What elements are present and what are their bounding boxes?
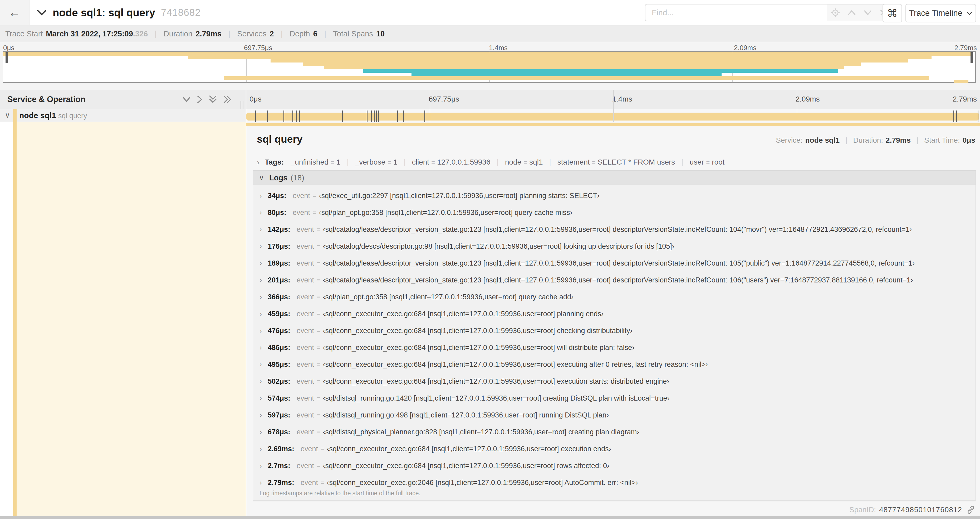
log-entry-row[interactable]: ›459μs:event=‹sql/conn_executor_exec.go:…: [253, 305, 975, 322]
log-entry-row[interactable]: ›142μs:event=‹sql/catalog/lease/descript…: [253, 221, 975, 238]
locate-icon[interactable]: [831, 8, 840, 17]
tag-item: _verbose=1: [355, 158, 398, 166]
log-equals: =: [317, 428, 320, 436]
log-marker-tick: [378, 110, 379, 123]
log-entry-row[interactable]: ›2.79ms:event=‹sql/conn_executor_exec.go…: [253, 474, 975, 491]
log-field-key: event: [297, 377, 314, 386]
minimap-span-bar: [270, 59, 908, 62]
overview-label: Duration:: [853, 136, 883, 145]
find-input[interactable]: [645, 4, 827, 21]
log-marker-tick: [296, 110, 297, 123]
expand-one-chevron-right-icon[interactable]: [197, 95, 203, 104]
log-marker-tick: [374, 110, 375, 123]
time-tick-label: 2.09ms: [734, 44, 756, 52]
divider: [253, 501, 976, 502]
next-result-chevron-down-icon[interactable]: [863, 10, 872, 16]
operation-name: sql query: [58, 112, 87, 120]
row-chevron-down-icon[interactable]: ∨: [5, 111, 10, 120]
log-entry-row[interactable]: ›80μs:event=‹sql/plan_opt.go:358 [nsql1,…: [253, 204, 975, 221]
separator: |: [154, 30, 157, 38]
back-button[interactable]: ←: [0, 0, 30, 25]
chevron-right-icon: ›: [259, 192, 262, 200]
log-entry-row[interactable]: ›2.69ms:event=‹sql/conn_executor_exec.go…: [253, 441, 975, 457]
logs-header[interactable]: ∨ Logs (18): [253, 171, 975, 185]
minimap-left-scrub-handle[interactable]: [6, 52, 8, 63]
log-time: 189μs:: [268, 259, 290, 267]
chevron-right-icon: ›: [259, 394, 262, 402]
log-equals: =: [317, 277, 320, 284]
span-row-service[interactable]: ∨ node sql1 sql query: [0, 109, 246, 122]
log-marker-tick: [299, 110, 300, 123]
log-entry-row[interactable]: ›366μs:event=‹sql/plan_opt.go:358 [nsql1…: [253, 289, 975, 305]
log-entry-row[interactable]: ›502μs:event=‹sql/conn_executor_exec.go:…: [253, 373, 975, 390]
tag-item: node=sql1: [505, 158, 543, 166]
minimap-span-bar: [954, 80, 969, 83]
log-field-value: ‹sql/conn_executor_exec.go:684 [nsql1,cl…: [323, 310, 603, 318]
log-field-key: event: [293, 192, 310, 200]
log-equals: =: [317, 226, 320, 233]
log-entry-row[interactable]: ›476μs:event=‹sql/conn_executor_exec.go:…: [253, 322, 975, 339]
log-entry-row[interactable]: ›574μs:event=‹sql/distsql_running.go:142…: [253, 390, 975, 407]
log-field-value: ‹sql/conn_executor_exec.go:684 [nsql1,cl…: [323, 377, 669, 386]
tag-item: client=127.0.0.1:59936: [412, 158, 490, 166]
trace-collapse-toggle[interactable]: [37, 0, 47, 25]
log-marker-tick: [403, 110, 404, 123]
log-time: 366μs:: [268, 293, 290, 301]
trace-summary-bar: Trace StartMarch 31 2022, 17:25:09.326|D…: [0, 26, 980, 42]
log-entry-row[interactable]: ›201μs:event=‹sql/catalog/lease/descript…: [253, 271, 975, 289]
log-entry-row[interactable]: ›678μs:event=‹sql/distsql_physical_plann…: [253, 423, 975, 441]
view-selector-button[interactable]: Trace Timeline: [905, 4, 976, 22]
log-field-key: event: [297, 310, 314, 318]
log-entry-row[interactable]: ›495μs:event=‹sql/conn_executor_exec.go:…: [253, 356, 975, 373]
chevron-right-icon: ›: [259, 310, 262, 318]
prev-result-chevron-up-icon[interactable]: [847, 10, 856, 16]
time-tick-label: 697.75μs: [244, 44, 272, 52]
separator: |: [549, 158, 551, 166]
log-field-value: ‹sql/conn_executor_exec.go:684 [nsql1,cl…: [323, 343, 634, 352]
log-equals: =: [317, 260, 320, 267]
log-time: 502μs:: [268, 377, 290, 386]
chevron-right-icon: ›: [259, 326, 262, 335]
log-rows: ›34μs:event=‹sql/exec_util.go:2297 [nsql…: [253, 185, 975, 491]
log-equals: =: [313, 192, 316, 200]
log-entry-row[interactable]: ›486μs:event=‹sql/conn_executor_exec.go:…: [253, 339, 975, 356]
span-overview: Service:node sql1|Duration:2.79ms|Start …: [776, 136, 975, 145]
expand-all-double-chevron-right-icon[interactable]: [223, 95, 232, 104]
span-row-timeline[interactable]: [246, 109, 980, 122]
log-marker-tick: [267, 110, 268, 123]
collapse-all-double-chevron-down-icon[interactable]: [208, 95, 217, 104]
log-field-key: event: [297, 428, 314, 436]
separator: |: [324, 30, 326, 38]
log-entry-row[interactable]: ›176μs:event=‹sql/catalog/descs/descript…: [253, 238, 975, 255]
trace-id: 7418682: [161, 7, 201, 18]
log-entry-row[interactable]: ›597μs:event=‹sql/distsql_running.go:498…: [253, 407, 975, 423]
left-gutter: [0, 122, 13, 517]
log-field-key: event: [293, 209, 310, 217]
log-field-value: ‹sql/conn_executor_exec.go:684 [nsql1,cl…: [323, 361, 708, 369]
log-entry-row[interactable]: ›2.7ms:event=‹sql/conn_executor_exec.go:…: [253, 457, 975, 474]
chevron-right-icon: ›: [259, 377, 262, 386]
minimap-span-bar: [3, 52, 972, 56]
log-entry-row[interactable]: ›34μs:event=‹sql/exec_util.go:2297 [nsql…: [253, 187, 975, 204]
link-icon[interactable]: [966, 505, 975, 514]
collapse-all-chevron-down-icon[interactable]: [182, 96, 191, 102]
keyboard-shortcuts-button[interactable]: ⌘: [883, 4, 902, 22]
column-resize-handle[interactable]: [239, 101, 245, 109]
meta-value-fraction: .326: [133, 30, 148, 38]
log-marker-tick: [956, 110, 957, 123]
log-field-key: event: [297, 361, 314, 369]
log-entry-row[interactable]: ›189μs:event=‹sql/catalog/lease/descript…: [253, 255, 975, 271]
command-icon: ⌘: [887, 7, 897, 19]
minimap-right-scrub-handle[interactable]: [970, 52, 973, 63]
tags-toggle-row[interactable]: › Tags: _unfinished=1|_verbose=1|client=…: [257, 156, 724, 168]
log-time: 476μs:: [268, 327, 290, 335]
span-duration-bar[interactable]: [246, 113, 979, 121]
log-equals: =: [317, 361, 320, 368]
log-field-value: ‹sql/distsql_running.go:1420 [nsql1,clie…: [323, 394, 670, 402]
log-equals: =: [317, 462, 320, 469]
log-equals: =: [317, 344, 320, 351]
log-time: 2.79ms:: [268, 479, 294, 487]
chevron-right-icon: ›: [259, 411, 262, 419]
trace-minimap[interactable]: [3, 51, 976, 83]
log-equals: =: [317, 327, 320, 334]
